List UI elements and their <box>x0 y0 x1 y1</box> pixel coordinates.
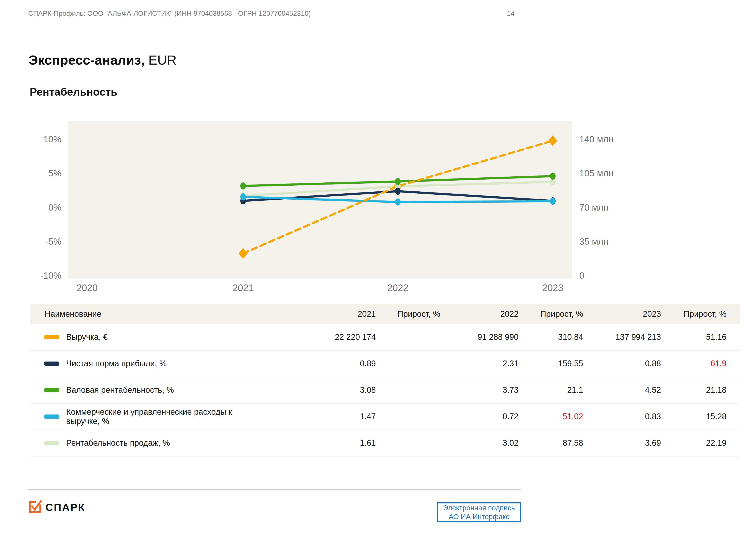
column-header: 2022 <box>440 309 519 319</box>
column-header-name: Наименование <box>30 309 267 319</box>
row-value-cell: 137 994 213 <box>583 332 661 342</box>
table-row: Коммерческие и управленческие расходы к … <box>30 403 740 430</box>
right-axis-tick: 70 млн <box>579 202 608 213</box>
series-color-swatch <box>44 415 59 419</box>
row-label: Валовая рентабельность, % <box>66 385 174 395</box>
row-label: Чистая норма прибыли, % <box>66 359 167 368</box>
column-header: 2023 <box>583 309 661 319</box>
electronic-signature-button[interactable]: Электронная подпись АО ИА Интерфакс <box>437 502 521 522</box>
section-title: Рентабельность <box>30 86 118 98</box>
page-number: 14 <box>507 10 515 17</box>
row-value-cell: 159.55 <box>519 359 583 368</box>
row-value-cell: 0.88 <box>583 359 661 368</box>
row-value-cell: 87.58 <box>519 438 583 448</box>
left-axis-tick: 0% <box>18 202 62 213</box>
row-value-cell: 51.16 <box>661 332 726 342</box>
row-name-cell: Валовая рентабельность, % <box>30 385 267 395</box>
row-value-cell: 1.47 <box>267 412 376 421</box>
spark-check-icon <box>28 500 41 515</box>
row-value-cell: 21.18 <box>661 385 726 395</box>
series-color-swatch <box>44 335 59 339</box>
table-row: Валовая рентабельность, %3.083.7321.14.5… <box>30 377 740 403</box>
right-axis-tick: 140 млн <box>579 134 613 145</box>
report-header-text: СПАРК-Профиль: ООО "АЛЬФА-ЛОГИСТИК" (ИНН… <box>28 10 311 17</box>
row-value-cell: 4.52 <box>583 385 661 395</box>
row-value-cell: -51.02 <box>519 412 583 421</box>
signature-line2: АО ИА Интерфакс <box>449 512 509 521</box>
series-color-swatch <box>44 441 59 445</box>
table-row: Рентабельность продаж, %1.613.0287.583.6… <box>30 430 740 456</box>
footer-divider <box>28 489 521 490</box>
right-axis-tick: 105 млн <box>579 168 613 179</box>
table-header-row: Наименование2021Прирост, %2022Прирост, %… <box>30 304 740 324</box>
row-value-cell: 0.89 <box>267 359 376 368</box>
right-axis-tick: 35 млн <box>579 236 608 247</box>
column-header: Прирост, % <box>661 309 726 319</box>
row-value-cell: 0.83 <box>583 412 661 421</box>
row-name-cell: Коммерческие и управленческие расходы к … <box>30 407 267 426</box>
left-axis-tick: 5% <box>18 168 62 179</box>
row-name-cell: Выручка, € <box>30 332 267 342</box>
page-title: Экспресс-анализ, EUR <box>28 52 177 67</box>
right-axis-tick: 0 <box>579 270 584 281</box>
series-color-swatch <box>44 388 59 392</box>
row-value-cell: 91 288 990 <box>440 332 519 342</box>
row-value-cell: 3.73 <box>440 385 519 395</box>
profitability-chart <box>68 121 572 279</box>
x-axis-tick: 2022 <box>387 283 408 293</box>
row-value-cell: 22 220 174 <box>267 332 376 342</box>
report-page: СПАРК-Профиль: ООО "АЛЬФА-ЛОГИСТИК" (ИНН… <box>0 0 756 534</box>
series-color-swatch <box>44 362 59 366</box>
table-body: Выручка, €22 220 17491 288 990310.84137 … <box>30 324 740 456</box>
row-name-cell: Чистая норма прибыли, % <box>30 359 267 368</box>
row-value-cell: 2.31 <box>440 359 519 368</box>
left-axis-tick: -5% <box>18 236 62 247</box>
row-value-cell: 0.72 <box>440 412 519 421</box>
row-value-cell: 22.19 <box>661 438 726 448</box>
chart-plot-svg <box>68 121 572 279</box>
row-label: Рентабельность продаж, % <box>66 438 170 448</box>
spark-logo-text: СПАРК <box>45 501 85 513</box>
x-axis-tick: 2023 <box>542 283 563 293</box>
spark-logo: СПАРК <box>28 500 85 515</box>
table-row: Выручка, €22 220 17491 288 990310.84137 … <box>30 324 740 350</box>
table-row: Чистая норма прибыли, %0.892.31159.550.8… <box>30 350 740 377</box>
row-name-cell: Рентабельность продаж, % <box>30 438 267 448</box>
x-axis-tick: 2021 <box>232 283 254 293</box>
column-header: Прирост, % <box>519 309 583 319</box>
row-value-cell: 3.08 <box>267 385 376 395</box>
row-value-cell: 3.69 <box>583 438 661 448</box>
profitability-table: Наименование2021Прирост, %2022Прирост, %… <box>30 304 740 456</box>
column-header: Прирост, % <box>376 309 440 319</box>
left-axis-tick: -10% <box>18 270 62 281</box>
header-divider <box>28 29 521 29</box>
row-value-cell: 310.84 <box>519 332 583 342</box>
row-value-cell: -61.9 <box>661 359 726 368</box>
x-axis-tick: 2020 <box>76 283 97 293</box>
column-header: 2021 <box>267 309 376 319</box>
row-value-cell: 21.1 <box>519 385 583 395</box>
page-title-currency: EUR <box>145 53 176 67</box>
row-label: Выручка, € <box>66 332 108 342</box>
row-value-cell: 3.02 <box>440 438 519 448</box>
page-title-main: Экспресс-анализ, <box>28 53 145 67</box>
row-value-cell: 1.61 <box>267 438 376 448</box>
signature-line1: Электронная подпись <box>443 503 515 512</box>
row-label: Коммерческие и управленческие расходы к … <box>66 407 267 426</box>
row-value-cell: 15.28 <box>661 412 726 421</box>
left-axis-tick: 10% <box>18 134 62 145</box>
